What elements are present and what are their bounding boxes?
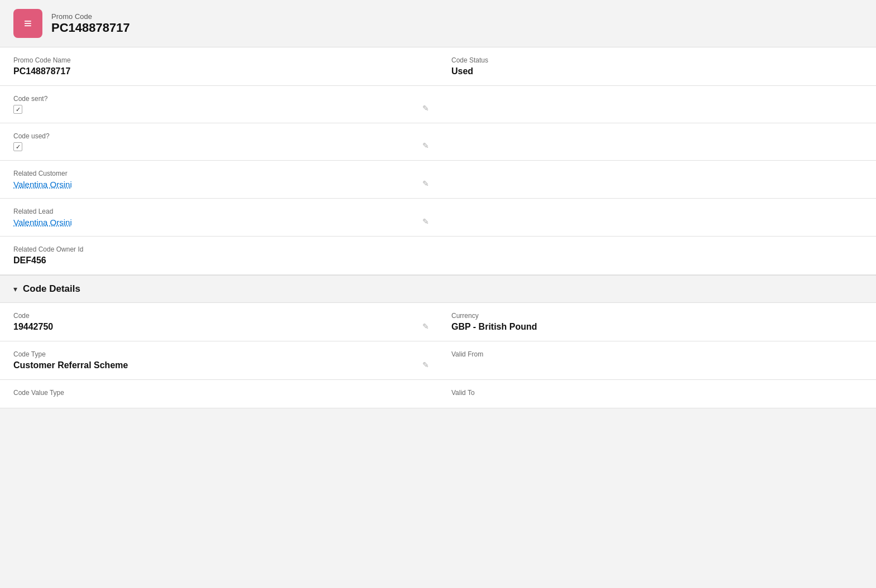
- related-lead-label: Related Lead: [13, 208, 425, 215]
- code-used-edit-icon[interactable]: ✎: [422, 141, 429, 150]
- code-details-section-header[interactable]: ▾ Code Details: [0, 275, 876, 303]
- promo-code-name-value: PC148878717: [13, 66, 425, 76]
- code-label: Code: [13, 312, 425, 320]
- code-type-value: Customer Referral Scheme: [13, 360, 425, 370]
- code-type-edit-icon[interactable]: ✎: [422, 360, 429, 369]
- code-sent-checkbox[interactable]: ✓: [13, 105, 22, 114]
- related-customer-edit-icon[interactable]: ✎: [422, 179, 429, 188]
- related-customer-value[interactable]: Valentina Orsini: [13, 180, 425, 189]
- field-promo-code-name: Promo Code Name PC148878717: [0, 47, 438, 85]
- chevron-down-icon: ▾: [13, 285, 17, 293]
- field-related-code-owner: Related Code Owner Id DEF456: [0, 237, 438, 274]
- header-text: Promo Code PC148878717: [51, 12, 130, 35]
- promo-code-name-label: Promo Code Name: [13, 56, 425, 64]
- field-currency: Currency GBP - British Pound: [438, 303, 876, 341]
- related-customer-label: Related Customer: [13, 170, 425, 177]
- page-header: ≡ Promo Code PC148878717: [0, 0, 876, 47]
- field-code-type: Code Type Customer Referral Scheme ✎: [0, 341, 438, 379]
- field-valid-to: Valid To: [438, 380, 876, 408]
- currency-label: Currency: [451, 312, 863, 320]
- code-sent-label: Code sent?: [13, 95, 425, 103]
- code-used-checkbox[interactable]: ✓: [13, 142, 22, 151]
- related-code-owner-value: DEF456: [13, 256, 425, 266]
- field-code: Code 19442750 ✎: [0, 303, 438, 341]
- row-code-used: Code used? ✓ ✎: [0, 123, 876, 161]
- row-related-lead: Related Lead Valentina Orsini ✎: [0, 199, 876, 237]
- code-details-section: Code 19442750 ✎ Currency GBP - British P…: [0, 303, 876, 408]
- field-related-customer-right: [438, 161, 876, 198]
- field-code-used: Code used? ✓ ✎: [0, 123, 438, 160]
- header-title: PC148878717: [51, 21, 130, 35]
- code-sent-checkbox-field: ✓: [13, 105, 425, 114]
- related-lead-value[interactable]: Valentina Orsini: [13, 218, 425, 227]
- code-value-type-label: Code Value Type: [13, 389, 425, 397]
- check-icon: ✓: [16, 106, 21, 113]
- code-used-checkbox-field: ✓: [13, 142, 425, 151]
- app-icon: ≡: [13, 9, 42, 38]
- row-related-code-owner: Related Code Owner Id DEF456: [0, 237, 876, 275]
- code-details-title: Code Details: [23, 283, 80, 295]
- field-related-code-owner-right: [438, 237, 876, 274]
- header-subtitle: Promo Code: [51, 12, 130, 21]
- code-status-value: Used: [451, 66, 863, 76]
- field-related-customer: Related Customer Valentina Orsini ✎: [0, 161, 438, 198]
- row-code-currency: Code 19442750 ✎ Currency GBP - British P…: [0, 303, 876, 341]
- code-value: 19442750: [13, 322, 425, 332]
- row-promo-code-name: Promo Code Name PC148878717 Code Status …: [0, 47, 876, 86]
- main-form-area: Promo Code Name PC148878717 Code Status …: [0, 47, 876, 275]
- field-code-sent-right: [438, 86, 876, 123]
- row-code-type-valid-from: Code Type Customer Referral Scheme ✎ Val…: [0, 341, 876, 380]
- code-edit-icon[interactable]: ✎: [422, 322, 429, 331]
- field-code-used-right: [438, 123, 876, 160]
- app-icon-symbol: ≡: [24, 16, 32, 31]
- row-code-sent: Code sent? ✓ ✎: [0, 86, 876, 123]
- field-valid-from: Valid From: [438, 341, 876, 379]
- related-code-owner-label: Related Code Owner Id: [13, 245, 425, 253]
- code-type-label: Code Type: [13, 350, 425, 358]
- code-sent-edit-icon[interactable]: ✎: [422, 104, 429, 113]
- currency-value: GBP - British Pound: [451, 322, 863, 332]
- field-related-lead: Related Lead Valentina Orsini ✎: [0, 199, 438, 236]
- valid-from-label: Valid From: [451, 350, 863, 358]
- code-used-label: Code used?: [13, 132, 425, 140]
- field-code-status: Code Status Used: [438, 47, 876, 85]
- valid-to-label: Valid To: [451, 389, 863, 397]
- field-code-value-type: Code Value Type: [0, 380, 438, 408]
- related-lead-edit-icon[interactable]: ✎: [422, 217, 429, 226]
- row-code-value-type-valid-to: Code Value Type Valid To: [0, 380, 876, 408]
- row-related-customer: Related Customer Valentina Orsini ✎: [0, 161, 876, 199]
- code-status-label: Code Status: [451, 56, 863, 64]
- check-icon-2: ✓: [16, 143, 21, 151]
- field-related-lead-right: [438, 199, 876, 236]
- field-code-sent: Code sent? ✓ ✎: [0, 86, 438, 123]
